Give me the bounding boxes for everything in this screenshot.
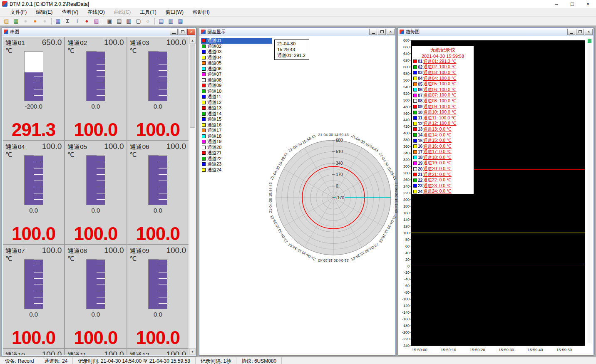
svg-text:660: 660 bbox=[403, 45, 410, 49]
channel-list-item[interactable]: 通道05 bbox=[201, 60, 272, 66]
open-button-icon[interactable]: ▨ bbox=[2, 17, 11, 25]
legend-channel-value: 通道14: 0.0 ℃ bbox=[423, 132, 452, 138]
bar-gauge-grid: 通道01650.0℃-200.0291.3通道02100.0℃0.0100.0通… bbox=[3, 37, 189, 355]
close-icon[interactable]: × bbox=[585, 29, 593, 35]
legend-channel-number: 21 bbox=[417, 172, 423, 177]
channel-name: 通道06 bbox=[130, 143, 149, 151]
close-icon[interactable]: × bbox=[187, 29, 195, 35]
vertical-scrollbar[interactable]: ▲ ▼ bbox=[189, 37, 196, 355]
legend-row: 19通道19: 0.0 ℃ bbox=[412, 161, 474, 166]
gauge-ticks bbox=[34, 52, 42, 101]
alarm-button-icon[interactable]: ● bbox=[30, 17, 40, 25]
legend-color-swatch bbox=[413, 161, 417, 165]
menu-window[interactable]: 窗口(W) bbox=[161, 8, 188, 16]
info-button-icon[interactable]: i bbox=[72, 17, 82, 25]
menu-edit[interactable]: 编辑(E) bbox=[31, 8, 57, 16]
svg-text:280: 280 bbox=[403, 171, 410, 175]
status-segment: 记录间隔: 1秒 bbox=[196, 357, 236, 364]
range-max-value: 100.0 bbox=[166, 350, 186, 355]
channel-list-item[interactable]: 通道02 bbox=[201, 44, 272, 50]
menu-online[interactable]: 在线(O) bbox=[83, 8, 109, 16]
svg-text:680: 680 bbox=[336, 138, 343, 143]
minimize-button[interactable]: – bbox=[549, 0, 564, 8]
channel-name: 通道01 bbox=[5, 39, 25, 47]
restore-button[interactable] bbox=[179, 29, 186, 35]
channel-list-item[interactable]: 通道04 bbox=[201, 55, 272, 61]
legend-color-swatch bbox=[413, 127, 417, 131]
record-button-icon[interactable]: ● bbox=[82, 17, 92, 25]
maximize-button[interactable]: □ bbox=[564, 0, 580, 8]
trend-scrollbar[interactable] bbox=[587, 38, 592, 343]
legend-channel-value: 通道15: 0.0 ℃ bbox=[423, 138, 452, 144]
channel-list-item[interactable]: 通道07 bbox=[201, 72, 272, 77]
channel-list-item[interactable]: 通道10 bbox=[201, 89, 272, 94]
scrollbar-thumb[interactable] bbox=[190, 45, 195, 128]
print-button-icon[interactable]: ▤ bbox=[114, 17, 124, 25]
legend-color-swatch bbox=[413, 88, 417, 92]
channel-list-item[interactable]: 通道14 bbox=[201, 111, 272, 117]
minimize-button[interactable] bbox=[567, 29, 575, 35]
channel-list-item[interactable]: 通道08 bbox=[201, 77, 272, 83]
menu-tools[interactable]: 工具(T) bbox=[135, 8, 161, 16]
channel-list-item[interactable]: 通道11 bbox=[201, 94, 272, 100]
statistics-button-icon[interactable]: Σ bbox=[63, 17, 72, 25]
channel-list-item[interactable]: 通道01 bbox=[201, 38, 272, 44]
svg-text:100: 100 bbox=[403, 231, 410, 235]
channel-value: 100.0 bbox=[3, 327, 64, 348]
cascade-windows-button-icon[interactable]: ▤ bbox=[156, 17, 166, 25]
channel-color-swatch bbox=[202, 117, 206, 121]
close-button[interactable]: × bbox=[580, 0, 596, 8]
zoom-button-icon[interactable]: ○ bbox=[143, 17, 153, 25]
copy-button-icon[interactable]: ▢ bbox=[134, 17, 143, 25]
print-preview-button-icon[interactable]: ▥ bbox=[124, 17, 134, 25]
channel-list-item[interactable]: 通道09 bbox=[201, 83, 272, 89]
menu-view[interactable]: 查看(V) bbox=[57, 8, 83, 16]
status-segment: 记录时间: 21-04-30 14:54:00 至 21-04-30 15:59… bbox=[73, 357, 196, 364]
window-controls: – □ × bbox=[549, 0, 596, 8]
menu-file[interactable]: 文件(F) bbox=[6, 8, 31, 16]
restore-button[interactable] bbox=[378, 29, 386, 35]
range-max-value: 650.0 bbox=[42, 38, 62, 47]
svg-text:-140: -140 bbox=[402, 310, 410, 314]
menu-help[interactable]: 帮助(H) bbox=[188, 8, 214, 16]
scrollbar-thumb[interactable] bbox=[588, 39, 591, 43]
tile-horizontal-button-icon[interactable]: ▥ bbox=[166, 17, 176, 25]
menu-curve[interactable]: 曲线(C) bbox=[109, 8, 136, 16]
history-button-icon[interactable]: ● bbox=[21, 17, 30, 25]
svg-text:240: 240 bbox=[403, 184, 410, 188]
legend-color-swatch bbox=[413, 65, 417, 69]
toolbar: ▨▦●●●▦Σi●▧▣▤▥▢○▤▥▦ bbox=[0, 17, 596, 26]
legend-row: 23通道23: 0.0 ℃ bbox=[412, 183, 474, 189]
save-button-icon[interactable]: ▣ bbox=[105, 17, 114, 25]
color-settings-button-icon[interactable]: ▧ bbox=[92, 17, 101, 25]
scroll-up-icon[interactable]: ▲ bbox=[189, 37, 196, 44]
stop-button-icon[interactable]: ● bbox=[40, 17, 50, 25]
channel-color-swatch bbox=[202, 78, 206, 82]
restore-button[interactable] bbox=[576, 29, 584, 35]
legend-channel-value: 通道22: 0.0 ℃ bbox=[423, 177, 452, 183]
minimize-button[interactable] bbox=[369, 29, 377, 35]
legend-channel-value: 通道19: 0.0 ℃ bbox=[423, 160, 452, 166]
tile-vertical-button-icon[interactable]: ▦ bbox=[176, 17, 185, 25]
bar-gauge-cell: 通道12100.0℃0.0100.0 bbox=[127, 349, 189, 355]
close-icon[interactable]: × bbox=[387, 29, 395, 35]
legend-channel-number: 15 bbox=[417, 139, 423, 143]
channel-list-item[interactable]: 通道13 bbox=[201, 105, 272, 111]
minimize-button[interactable] bbox=[170, 29, 178, 35]
legend-row: 14通道14: 0.0 ℃ bbox=[412, 132, 474, 138]
legend-channel-number: 20 bbox=[417, 167, 423, 171]
data-table-button-icon[interactable]: ▦ bbox=[53, 17, 63, 25]
channel-list-item[interactable]: 通道06 bbox=[201, 66, 272, 72]
legend-color-swatch bbox=[413, 167, 417, 171]
channel-list-item[interactable]: 通道12 bbox=[201, 100, 272, 106]
legend-color-swatch bbox=[413, 116, 417, 120]
svg-text:620: 620 bbox=[403, 58, 410, 62]
channel-list-item[interactable]: 通道03 bbox=[201, 49, 272, 55]
legend-color-swatch bbox=[413, 139, 417, 143]
scroll-down-icon[interactable]: ▼ bbox=[189, 348, 196, 355]
bar-gauge bbox=[24, 155, 43, 205]
svg-text:-60: -60 bbox=[404, 284, 410, 288]
channel-name: 通道02 bbox=[67, 39, 87, 47]
export-button-icon[interactable]: ▦ bbox=[11, 17, 21, 25]
tooltip-date: 21-04-30 bbox=[277, 41, 305, 47]
